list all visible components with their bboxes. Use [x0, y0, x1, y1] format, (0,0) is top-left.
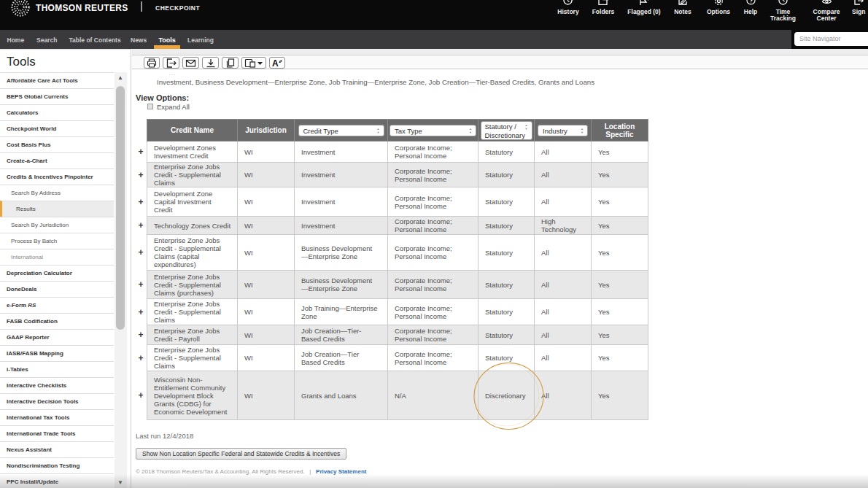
svg-text:A: A [272, 58, 279, 68]
